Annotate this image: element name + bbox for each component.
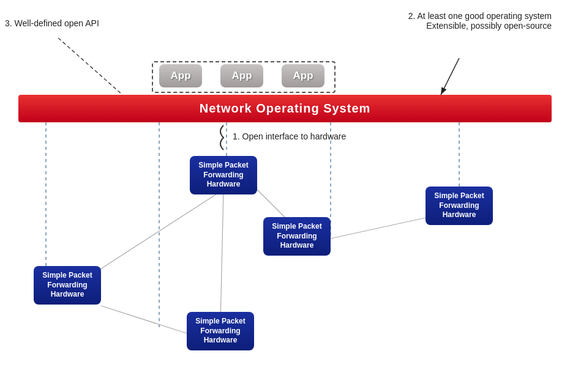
nos-bar: Network Operating System [18, 95, 552, 122]
hw-box-5: Simple PacketForwardingHardware [187, 312, 254, 350]
svg-line-9 [220, 190, 223, 324]
app-label-3: App [293, 70, 313, 82]
svg-line-1 [441, 58, 459, 95]
annotation-interface: 1. Open interface to hardware [233, 131, 346, 141]
svg-line-11 [101, 306, 187, 333]
hw-box-2: Simple PacketForwardingHardware [263, 217, 331, 256]
app-label-2: App [231, 70, 252, 82]
nos-label: Network Operating System [200, 102, 371, 116]
svg-line-0 [58, 38, 122, 95]
hw-box-3: Simple PacketForwardingHardware [426, 187, 493, 225]
diagram-container: App App App Network Operating System 3. … [0, 0, 570, 392]
annotation-os: 2. At least one good operating system Ex… [408, 11, 552, 31]
hw-box-1: Simple PacketForwardingHardware [190, 156, 257, 194]
annotation-api: 3. Well-defined open API [5, 18, 99, 28]
hw-box-4: Simple PacketForwardingHardware [34, 266, 101, 305]
app-box-3: App [282, 64, 324, 87]
app-box-2: App [220, 64, 263, 87]
app-box-1: App [159, 64, 202, 87]
svg-line-10 [331, 217, 429, 239]
app-label-1: App [170, 70, 190, 82]
